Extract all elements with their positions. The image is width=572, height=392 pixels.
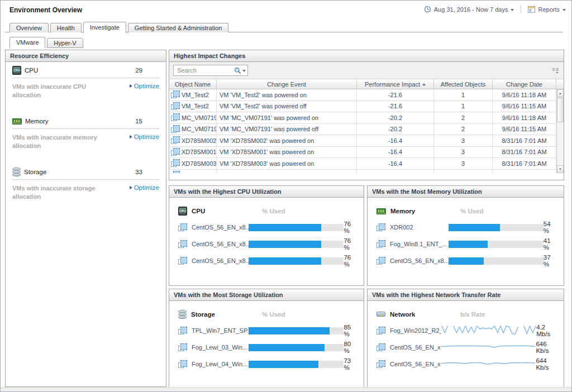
utilization-row[interactable]: Fog_Lewi_03_Win... 80 % (169, 339, 364, 356)
search-input[interactable] (176, 66, 234, 74)
time-range-icon (424, 6, 431, 13)
metric-label: Memory (25, 118, 49, 125)
optimize-link[interactable]: Optimize (130, 133, 159, 140)
optimize-link[interactable]: Optimize (130, 184, 159, 191)
affected-objects: 1 (434, 101, 493, 112)
storage-icon (12, 168, 21, 177)
utilization-bar (249, 327, 344, 334)
chevron-down-icon[interactable] (563, 9, 566, 11)
panel-title: VMs with the Most Memory Utilization (368, 186, 564, 198)
performance-impact: -20.2 (357, 112, 434, 123)
metric-label: CPU (192, 208, 205, 214)
vm-name: CentOS_56_EN_x8... (390, 361, 441, 367)
cpu-icon: CPU (178, 207, 187, 216)
rate-sparkline (441, 357, 536, 371)
sub-tab-vmware[interactable]: VMware (9, 37, 45, 48)
table-row[interactable]: XD78SM002 VM 'XD78SM002' was powered on … (169, 135, 556, 147)
change-event: VM 'VM_Test2' was powered off (217, 101, 357, 112)
vm-icon (178, 360, 187, 369)
rate-sparkline (441, 341, 536, 354)
panel-title: VMs with the Highest Network Transfer Ra… (368, 289, 564, 301)
value-column-label: b/s Rate (460, 311, 485, 318)
main-tab-overview[interactable]: Overview (9, 23, 49, 32)
object-name: VM_Test2 (182, 92, 209, 98)
column-header-performance-impact[interactable]: Performance Impact (357, 79, 434, 89)
vm-icon (178, 343, 187, 352)
search-box[interactable] (173, 65, 248, 76)
change-event (217, 170, 357, 174)
utilization-bar (249, 241, 344, 248)
reports-button[interactable]: Reports (538, 6, 560, 13)
panel-title: Highest Impact Changes (169, 50, 564, 62)
utilization-row[interactable]: XDR002 54 % (368, 219, 564, 236)
table-row[interactable]: XD78SM003 VM 'XD78SM003' was powered on … (169, 158, 556, 170)
utilization-row[interactable]: CentOS_56_EN_x8... 76 % (169, 252, 364, 269)
scroll-up-button[interactable]: ▲ (557, 89, 564, 97)
table-row[interactable]: MC_VM07191 VM 'MC_VM07191' was powered o… (169, 112, 556, 124)
vm-name: CentOS_56_EN_x8... (390, 257, 449, 264)
divider (521, 5, 521, 13)
table-row[interactable]: VM_Test2 VM 'VM_Test2' was powered off -… (169, 101, 556, 113)
vm-icon (171, 90, 180, 99)
chevron-down-icon[interactable] (511, 9, 514, 11)
table-row[interactable]: XD78SM001 VM 'XD78SM001' was powered on … (169, 147, 556, 159)
optimize-link[interactable]: Optimize (130, 83, 159, 89)
sub-tab-hyper-v[interactable]: Hyper-V (47, 38, 83, 48)
utilization-bar (249, 361, 344, 368)
vm-name: Fog_Lewi_03_Win... (192, 344, 249, 351)
change-date: 9/6/16 11:18 AM (493, 112, 556, 123)
rate-value: 644 Kb/s (536, 357, 558, 371)
utilization-value: 37 % (544, 254, 558, 267)
affected-objects: 3 (434, 147, 493, 158)
column-header-change-date[interactable]: Change Date (493, 79, 556, 89)
table-header-row: Object NameChange EventPerformance Impac… (169, 79, 564, 89)
memory-icon (376, 208, 386, 214)
search-options-chevron-icon[interactable] (242, 70, 246, 72)
table-row[interactable]: MC_VM07191 VM 'MC_VM07191' was powered o… (169, 124, 556, 136)
utilization-row[interactable]: Fog_Win8.1_ENT_... 41 % (368, 236, 564, 252)
vm-icon (171, 159, 180, 168)
transfer-rate-row[interactable]: Fog_Win2012_R2_... 4.2 Mb/s (368, 322, 564, 339)
sub-tab-bar: VMwareHyper-V (9, 37, 83, 48)
memory-icon (12, 118, 22, 125)
memory-utilization-panel: VMs with the Most Memory Utilization Mem… (367, 185, 564, 286)
scrollbar-thumb[interactable] (557, 98, 564, 122)
resource-efficiency-group: Memory 15 VMs with inaccurate memory all… (6, 114, 166, 150)
utilization-value: 80 % (344, 341, 358, 354)
column-header-object-name[interactable]: Object Name (169, 79, 217, 89)
utilization-row[interactable]: TPL_Win7_ENT_SP... 85 % (169, 322, 364, 339)
time-range-selector[interactable]: Aug 31, 2016 - Now 7 days (434, 6, 508, 13)
affected-objects: 2 (434, 112, 493, 123)
utilization-row[interactable]: Fog_Lewi_04_Win... 73 % (169, 356, 364, 372)
rate-sparkline (441, 324, 536, 337)
affected-objects: 3 (434, 158, 493, 169)
utilization-row[interactable]: CentOS_56_EN_x8... 76 % (169, 219, 364, 236)
panel-title: VMs with the Most Storage Utilization (169, 289, 364, 301)
transfer-rate-row[interactable]: CentOS_56_EN_x8... 646 Kb/s (368, 339, 564, 356)
scroll-down-button[interactable]: ▼ (557, 165, 564, 173)
utilization-row[interactable]: CentOS_56_EN_x8... 37 % (368, 252, 564, 269)
metric-label: Network (390, 311, 415, 318)
panel-title: VMs with the Highest CPU Utilization (169, 186, 364, 198)
table-row[interactable]: VM_Test2 VM 'VM_Test2' was powered on -2… (169, 89, 556, 101)
utilization-value: 41 % (544, 237, 558, 251)
column-header-affected-objects[interactable]: Affected Objects (434, 79, 493, 89)
vm-icon (376, 223, 385, 232)
main-tab-getting-started-administration[interactable]: Getting Started & Administration (128, 23, 229, 32)
vm-icon (171, 102, 180, 111)
table-body: VM_Test2 VM 'VM_Test2' was powered on -2… (169, 89, 556, 173)
vertical-scrollbar[interactable]: ▲ ▼ (556, 89, 564, 173)
object-name: XD78SM002 (182, 137, 216, 144)
transfer-rate-row[interactable]: CentOS_56_EN_x8... 644 Kb/s (368, 356, 564, 372)
table-options-icon[interactable] (551, 66, 560, 74)
change-date: 8/31/16 7:01 AM (493, 147, 556, 158)
change-event: VM 'MC_VM07191' was powered off (217, 124, 357, 135)
table-row[interactable] (169, 170, 556, 174)
main-tab-bar: OverviewHealthInvestigateGetting Started… (9, 22, 228, 33)
main-tab-health[interactable]: Health (50, 23, 82, 32)
column-header-change-event[interactable]: Change Event (217, 79, 357, 89)
utilization-row[interactable]: CentOS_56_EN_x8... 76 % (169, 236, 364, 252)
main-tab-investigate[interactable]: Investigate (83, 22, 126, 33)
search-icon[interactable] (234, 67, 241, 74)
utilization-value: 76 % (344, 254, 358, 267)
